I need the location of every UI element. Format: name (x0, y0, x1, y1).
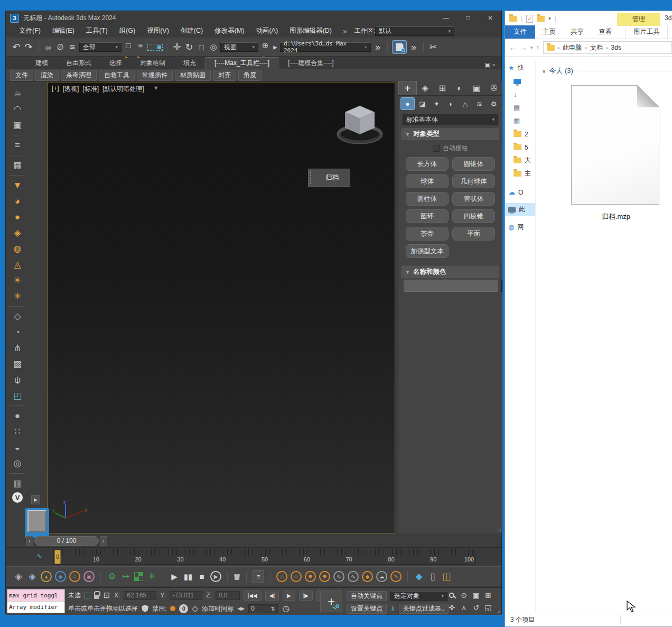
project-path-dropdown[interactable]: d:\Users\3d…ds Max 2024 ▾ (280, 42, 371, 52)
use-pivot-center-icon[interactable]: ⊕⊞ (260, 41, 270, 53)
material-sphere-icon[interactable]: ● (10, 409, 25, 423)
maximize-button[interactable]: □ (457, 11, 479, 25)
camera-icon[interactable]: ▦ (10, 158, 25, 172)
tab-home[interactable]: 主页 (535, 25, 563, 39)
ribbon-tab-populate[interactable]: 填充 (175, 58, 204, 69)
pie-icon[interactable]: ◔ (10, 325, 25, 339)
ribbon-tab-modeling-collection[interactable]: [----建模合集----] (279, 58, 342, 69)
geosphere-button[interactable]: 几何球体 (452, 174, 495, 188)
set-key-button[interactable]: + (320, 591, 342, 612)
category-cameras-icon[interactable]: ◗ (444, 97, 458, 110)
back-button[interactable]: ← (509, 43, 517, 52)
time-configuration-icon[interactable]: ◷ (282, 602, 290, 615)
geometry-category-dropdown[interactable]: 标准基本体 ▾ (403, 114, 498, 125)
bind-spacewarp-icon[interactable]: ≋ (67, 41, 78, 53)
z-coordinate-field[interactable]: 0.0 (216, 591, 240, 600)
selection-lock-icon[interactable] (94, 595, 99, 599)
filter-funnel-icon[interactable]: ▼ (153, 85, 159, 94)
viewport-pov-menu[interactable]: [透视] (63, 85, 79, 94)
water-cube-icon[interactable]: ◈ (27, 570, 38, 583)
flame-icon[interactable]: ♨ (276, 571, 287, 582)
sphere-frame-icon[interactable]: ◎ (10, 456, 25, 471)
tab-modify[interactable]: ◈ (417, 81, 434, 95)
y-coordinate-field[interactable]: -73.011 (170, 591, 202, 600)
sidebar-item-folder-4[interactable]: 主 (505, 167, 535, 180)
vray-icon[interactable]: V (12, 492, 23, 503)
zoom-icon[interactable] (449, 593, 454, 598)
arc-icon[interactable]: ◠ (10, 102, 25, 116)
polyhedron-icon[interactable]: ◇ (10, 309, 25, 324)
textplus-button[interactable]: 加强型文本 (406, 244, 449, 258)
sidebar-item-downloads[interactable]: ↓ (505, 88, 535, 101)
auto-key-button[interactable]: 自动关键点 (347, 591, 387, 601)
tab-hierarchy[interactable]: ⊞ (434, 81, 451, 95)
sidebar-item-onedrive[interactable]: ☁ O (505, 186, 535, 199)
category-shapes-icon[interactable]: ◪ (416, 97, 429, 110)
pyramid-button[interactable]: 四棱锥 (452, 209, 495, 223)
mini-curve-editor-icon[interactable]: ∿ (36, 552, 42, 560)
antenna-icon[interactable]: ⋔ (10, 341, 25, 355)
carton-icon[interactable]: ▯ (427, 570, 438, 583)
pan-icon[interactable]: ✜ (446, 602, 458, 613)
ribbon-display-toggle[interactable]: ▣ ▾ (484, 61, 495, 69)
menu-graph-editors[interactable]: 图形编辑器(D) (284, 26, 338, 35)
disc-light-icon[interactable]: ◍ (10, 242, 25, 256)
cone-button[interactable]: 圆锥体 (452, 157, 495, 171)
smoke-icon[interactable]: ∿ (333, 571, 344, 582)
maxscript-mini-listener[interactable]: max grid toggl Array modifier (7, 589, 65, 613)
file-name-label[interactable]: 归档.mzp (563, 212, 669, 222)
sphere-button[interactable]: 球体 (406, 174, 449, 188)
orbit-icon[interactable]: ↺ (470, 602, 482, 613)
list-icon[interactable]: ≡ (10, 138, 25, 152)
menu-file[interactable]: 文件(F) (13, 26, 46, 35)
tab-utilities[interactable]: ✇ (486, 81, 503, 95)
ribbon-tab-object-paint[interactable]: 对象绘制 (132, 58, 174, 69)
beer-mug-icon[interactable]: ◫ (441, 570, 452, 583)
ribbon-button-file[interactable]: 文件 (10, 70, 33, 81)
menu-tools[interactable]: 工具(T) (80, 26, 114, 35)
chevron-down-icon[interactable]: ▾ (548, 16, 551, 21)
folder-icon[interactable] (509, 16, 517, 22)
fire-cube-icon[interactable]: ◈ (13, 570, 24, 583)
breadcrumb-3ds[interactable]: 3ds (611, 44, 621, 51)
up-button[interactable]: ↑ (536, 43, 540, 52)
playhead-marker[interactable]: 0 (54, 550, 61, 564)
window-crossing-icon[interactable] (156, 44, 163, 51)
sidebar-item-documents[interactable]: ▤ (505, 101, 535, 114)
select-link-icon[interactable]: ∞ (43, 41, 53, 53)
torus-button[interactable]: 圆环 (406, 209, 449, 223)
recent-locations-icon[interactable]: ▾ (530, 45, 533, 50)
bubbles-circle-icon[interactable]: ∴ (69, 571, 80, 582)
breadcrumb[interactable]: › 此电脑 › 文档 › 3ds (543, 41, 672, 54)
ribbon-button-general-plugins[interactable]: 常规插件 (137, 70, 173, 81)
scale-icon[interactable]: □ (196, 41, 207, 53)
select-object-icon[interactable]: □➤ (123, 41, 134, 53)
ribbon-button-material-maps[interactable]: 材质贴图 (175, 70, 211, 81)
coordinate-system-dropdown[interactable]: 视图 ▾ (220, 42, 258, 52)
selection-region-icon[interactable] (85, 593, 90, 598)
palette-icon[interactable]: ◒ (10, 440, 25, 455)
sidebar-item-network[interactable]: ◍ 网 (505, 220, 535, 234)
sphere-light-icon[interactable]: ● (10, 210, 25, 224)
viewport[interactable]: [+] [透视] [标准] [默认明暗处理] ▼ 归档 (47, 82, 395, 533)
smoke-wave-icon[interactable]: ∿ (348, 571, 359, 582)
tube-button[interactable]: 管状体 (452, 192, 495, 206)
sidebar-item-folder-1[interactable]: 2 (505, 127, 535, 141)
select-by-name-icon[interactable]: ≡➤ (135, 41, 146, 53)
resize-grip-icon[interactable]: ◢ (497, 608, 500, 614)
cube-circle-icon[interactable]: ▣ (83, 571, 95, 582)
sidebar-item-desktop[interactable] (505, 75, 535, 88)
transform-gizmo-icon[interactable]: ⊡ (103, 589, 110, 602)
category-systems-icon[interactable]: ⚙ (487, 97, 500, 110)
toolbar-flyout-button[interactable]: ▸ (272, 41, 278, 53)
plane-button[interactable]: 平面 (452, 227, 495, 241)
sidebar-item-this-pc[interactable]: 此 (505, 203, 535, 216)
spotlight-icon[interactable]: ▼ (10, 178, 25, 192)
tab-motion[interactable]: ◐ (451, 81, 469, 95)
play-loop-button[interactable]: ▶ (210, 571, 221, 582)
manage-context-tab[interactable]: 管理 (617, 13, 660, 26)
box-button[interactable]: 长方体 (406, 157, 449, 171)
ribbon-tab-freeform[interactable]: 自由形式 (58, 58, 100, 69)
sidebar-item-quick-access[interactable]: ★ 快 (505, 61, 535, 75)
add-time-tag[interactable]: 添加时间标 (202, 604, 234, 613)
